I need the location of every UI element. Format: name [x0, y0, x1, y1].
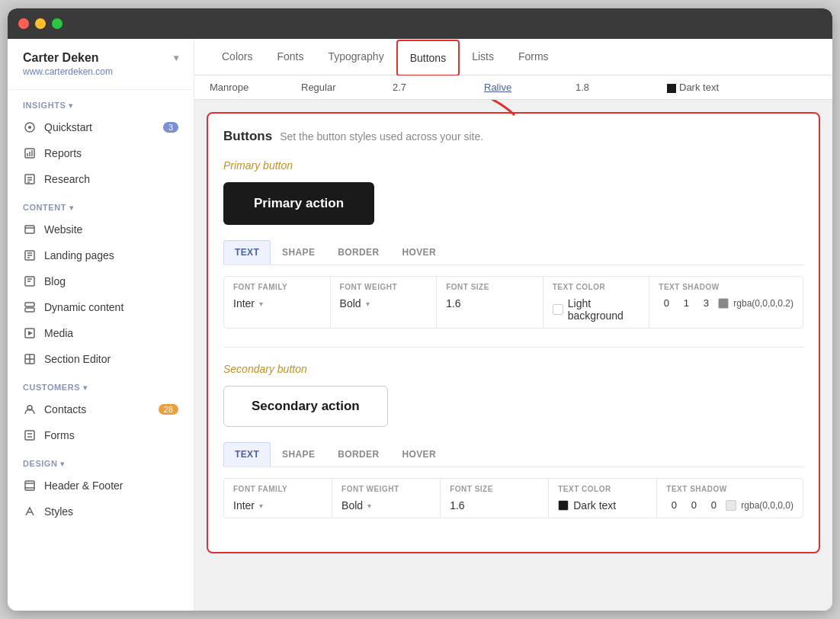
- primary-font-family-label: FONT FAMILY: [233, 283, 321, 291]
- buttons-panel-title: Buttons: [223, 129, 272, 144]
- research-icon: [23, 172, 37, 186]
- primary-font-family-col: FONT FAMILY Inter ▾: [224, 277, 331, 328]
- tab-fonts[interactable]: Fonts: [265, 40, 316, 75]
- primary-text-color-value[interactable]: Light background: [553, 297, 640, 322]
- tab-buttons[interactable]: Buttons: [396, 40, 460, 76]
- shadow-x[interactable]: 0: [659, 297, 674, 309]
- sub-header-font: Manrope: [210, 82, 286, 93]
- shadow-color-swatch[interactable]: [718, 298, 729, 309]
- landing-pages-icon: [23, 249, 37, 262]
- tab-forms[interactable]: Forms: [506, 40, 561, 75]
- sidebar-item-label: Website: [44, 223, 82, 236]
- sidebar-item-media[interactable]: Media: [8, 320, 194, 346]
- sidebar-item-header-footer[interactable]: Header & Footer: [8, 473, 194, 499]
- section-content: CONTENT ▾: [8, 192, 194, 216]
- btn-tab-shape-primary[interactable]: SHAPE: [271, 240, 326, 265]
- quickstart-icon: [23, 120, 37, 134]
- buttons-panel-subtitle: Set the button styles used across your s…: [280, 130, 483, 143]
- primary-text-shadow-col: TEXT SHADOW 0 1 3 rgba(0,0,0,0.2): [649, 277, 803, 328]
- btn-tab-hover-primary[interactable]: HOVER: [390, 240, 447, 265]
- primary-color-swatch[interactable]: [553, 304, 563, 315]
- shadow-color-swatch-2[interactable]: [726, 500, 736, 511]
- dynamic-content-icon: [23, 300, 37, 314]
- sidebar-item-label: Research: [44, 173, 90, 185]
- primary-font-size-label: FONT SIZE: [446, 283, 534, 291]
- secondary-section-label: Secondary button: [223, 363, 803, 375]
- buttons-panel: Buttons Set the button styles used acros…: [207, 112, 820, 553]
- secondary-font-family-label: FONT FAMILY: [233, 485, 322, 493]
- sidebar-item-styles[interactable]: Styles: [8, 499, 194, 524]
- traffic-lights: [18, 18, 63, 29]
- forms-icon: [23, 428, 37, 442]
- chevron-down-icon[interactable]: ▾: [174, 53, 178, 63]
- tab-typography[interactable]: Typography: [316, 40, 396, 75]
- secondary-font-weight-value[interactable]: Bold ▾: [341, 499, 431, 512]
- sidebar-item-label: Styles: [44, 505, 73, 518]
- primary-font-weight-label: FONT WEIGHT: [340, 283, 428, 291]
- shadow-rgba-2: rgba(0,0,0,0): [741, 500, 794, 511]
- section-insights: INSIGHTS ▾: [8, 90, 194, 114]
- secondary-text-shadow-label: TEXT SHADOW: [666, 485, 794, 493]
- primary-font-size-value[interactable]: 1.6: [446, 297, 534, 310]
- secondary-font-size-value[interactable]: 1.6: [450, 499, 539, 512]
- secondary-text-color-value[interactable]: Dark text: [558, 499, 647, 512]
- tab-colors[interactable]: Colors: [210, 40, 265, 75]
- section-customers: CUSTOMERS ▾: [8, 372, 194, 396]
- shadow-blur-2[interactable]: 0: [706, 499, 721, 511]
- sidebar-item-forms[interactable]: Forms: [8, 422, 194, 448]
- maximize-button[interactable]: [52, 18, 63, 29]
- btn-tab-text-secondary[interactable]: TEXT: [223, 442, 271, 467]
- shadow-blur[interactable]: 3: [698, 297, 713, 309]
- contacts-icon: [23, 403, 37, 416]
- btn-tab-text-primary[interactable]: TEXT: [223, 240, 271, 265]
- sidebar-item-website[interactable]: Website: [8, 216, 194, 242]
- primary-props-table: FONT FAMILY Inter ▾ FONT WEIGHT Bold: [223, 276, 803, 329]
- section-divider: [223, 347, 803, 348]
- sidebar-item-label: Reports: [44, 147, 82, 159]
- section-editor-icon: [23, 352, 37, 366]
- primary-font-size-col: FONT SIZE 1.6: [437, 277, 543, 328]
- sidebar-item-section-editor[interactable]: Section Editor: [8, 346, 194, 372]
- content-area: Buttons Set the button styles used acros…: [194, 100, 832, 611]
- secondary-color-swatch[interactable]: [558, 500, 569, 511]
- main-content: Colors Fonts Typography Buttons Lists Fo…: [194, 39, 832, 611]
- secondary-props-table: FONT FAMILY Inter ▾ FONT WEIGHT Bold: [223, 478, 803, 518]
- primary-button-preview[interactable]: Primary action: [223, 182, 374, 225]
- sidebar-item-label: Media: [44, 327, 73, 339]
- sidebar-item-blog[interactable]: Blog: [8, 268, 194, 294]
- btn-tab-shape-secondary[interactable]: SHAPE: [271, 442, 326, 467]
- shadow-x-2[interactable]: 0: [666, 499, 681, 511]
- tab-lists[interactable]: Lists: [460, 40, 506, 75]
- shadow-y[interactable]: 1: [678, 297, 694, 309]
- secondary-btn-tabs: TEXT SHAPE BORDER HOVER: [223, 442, 803, 467]
- contacts-badge: 28: [159, 404, 178, 415]
- btn-tab-hover-secondary[interactable]: HOVER: [390, 442, 447, 467]
- secondary-button-preview[interactable]: Secondary action: [223, 386, 388, 427]
- sidebar-item-landing-pages[interactable]: Landing pages: [8, 242, 194, 268]
- primary-font-weight-value[interactable]: Bold ▾: [340, 297, 428, 310]
- shadow-y-2[interactable]: 0: [686, 499, 701, 511]
- sidebar-item-reports[interactable]: Reports: [8, 140, 194, 166]
- sidebar-item-quickstart[interactable]: Quickstart 3: [8, 114, 194, 140]
- minimize-button[interactable]: [35, 18, 46, 29]
- titlebar: [8, 8, 832, 39]
- primary-font-family-value[interactable]: Inter ▾: [233, 297, 321, 310]
- chevron-down-icon: ▾: [366, 300, 370, 308]
- sidebar-item-contacts[interactable]: Contacts 28: [8, 396, 194, 422]
- primary-section-label: Primary button: [223, 159, 803, 172]
- blog-icon: [23, 274, 37, 288]
- sidebar-item-research[interactable]: Research: [8, 166, 194, 192]
- secondary-font-family-value[interactable]: Inter ▾: [233, 499, 322, 512]
- primary-text-color-label: TEXT COLOR: [553, 283, 640, 291]
- btn-tab-border-primary[interactable]: BORDER: [326, 240, 390, 265]
- btn-tab-border-secondary[interactable]: BORDER: [326, 442, 390, 467]
- shadow-rgba: rgba(0,0,0,0.2): [733, 298, 794, 309]
- quickstart-badge: 3: [163, 122, 178, 133]
- sub-header-val: 1.8: [575, 82, 652, 93]
- chevron-down-icon: ▾: [69, 204, 74, 212]
- sidebar-logo: Carter Deken ▾ www.carterdeken.com: [8, 51, 194, 90]
- sidebar-item-dynamic-content[interactable]: Dynamic content: [8, 294, 194, 320]
- buttons-panel-header: Buttons Set the button styles used acros…: [223, 129, 803, 144]
- close-button[interactable]: [18, 18, 29, 29]
- svg-point-1: [28, 126, 31, 129]
